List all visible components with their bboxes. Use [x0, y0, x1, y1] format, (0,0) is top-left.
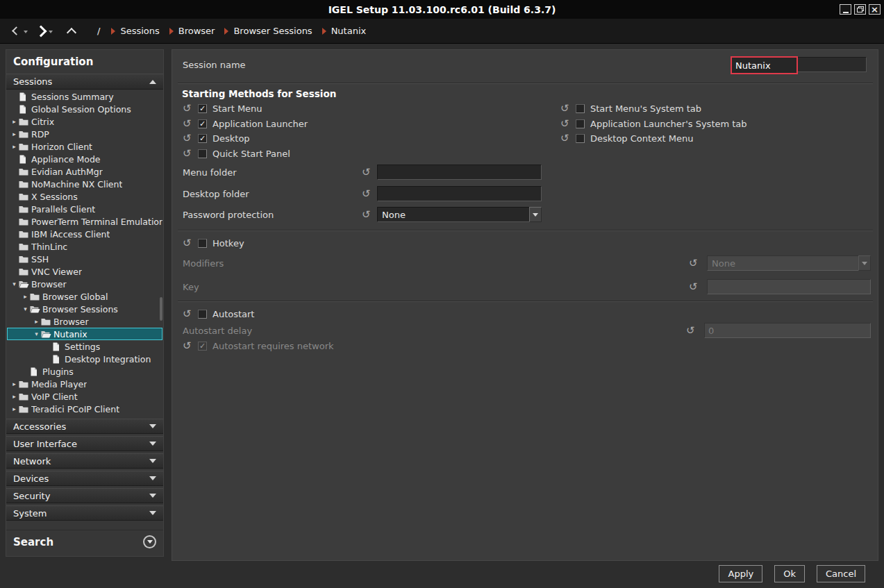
breadcrumb-root[interactable]: /	[97, 26, 100, 36]
tree-item-browser-sessions[interactable]: ▾Browser Sessions	[7, 303, 162, 315]
minimize-button[interactable]	[840, 4, 851, 15]
sidebar-section-sessions[interactable]: Sessions	[6, 74, 163, 90]
chevron-down-icon	[149, 459, 156, 463]
reset-icon[interactable]: ↺	[183, 103, 198, 114]
expander-icon[interactable]: ▾	[32, 330, 41, 337]
tree-item-ibm-iaccess-client[interactable]: IBM iAccess Client	[7, 228, 162, 240]
tree-item-citrix[interactable]: ▸Citrix	[7, 115, 162, 128]
tree-item-plugins[interactable]: Plugins	[7, 365, 162, 378]
sidebar-section-devices[interactable]: Devices	[6, 471, 163, 486]
tree-item-parallels-client[interactable]: Parallels Client	[7, 203, 162, 215]
footer-buttons: Apply Ok Cancel	[719, 565, 865, 582]
forward-icon	[35, 25, 47, 37]
desktop-checkbox[interactable]: ✓	[198, 134, 207, 143]
breadcrumb-item-sessions[interactable]: Sessions	[120, 26, 159, 36]
back-button[interactable]	[10, 24, 22, 38]
sidebar-section-network[interactable]: Network	[6, 453, 163, 469]
chevron-down-icon	[149, 442, 156, 446]
restore-button[interactable]	[854, 4, 866, 15]
tree-item-powerterm-terminal-emulation[interactable]: PowerTerm Terminal Emulation	[7, 215, 162, 228]
tree-item-browser[interactable]: ▸Browser	[7, 315, 162, 328]
expander-icon[interactable]: ▸	[10, 131, 19, 137]
desktop-folder-input[interactable]	[377, 186, 542, 201]
tree-item-desktop-integration[interactable]: Desktop Integration	[7, 353, 162, 365]
tree-item-horizon-client[interactable]: ▸Horizon Client	[7, 140, 162, 153]
sidebar-section-user-interface[interactable]: User Interface	[6, 436, 163, 451]
tree-item-nutanix[interactable]: ▾Nutanix	[7, 328, 162, 340]
tree-item-media-player[interactable]: ▸Media Player	[7, 378, 162, 390]
tree-item-thinlinc[interactable]: ThinLinc	[7, 240, 162, 253]
application-launcher-checkbox[interactable]: ✓	[198, 119, 207, 128]
cancel-button[interactable]: Cancel	[817, 565, 865, 582]
sidebar-section-accessories[interactable]: Accessories	[6, 419, 163, 434]
back-history-caret-icon[interactable]	[24, 31, 28, 33]
expander-icon[interactable]: ▸	[21, 293, 30, 300]
up-button[interactable]	[65, 24, 78, 38]
reset-icon[interactable]: ↺	[689, 258, 704, 269]
tree-item-global-session-options[interactable]: Global Session Options	[7, 103, 162, 115]
menu-folder-label: Menu folder	[183, 167, 362, 178]
reset-icon[interactable]: ↺	[183, 119, 198, 129]
reset-icon[interactable]: ↺	[362, 189, 377, 199]
dropdown-button[interactable]	[529, 207, 542, 222]
password-protection-select[interactable]: None	[377, 207, 542, 222]
breadcrumb-item-nutanix[interactable]: Nutanix	[331, 26, 367, 36]
reset-icon[interactable]: ↺	[560, 133, 576, 144]
start-menu-s-system-tab-checkbox[interactable]	[576, 104, 585, 113]
tree-item-ssh[interactable]: SSH	[7, 253, 162, 265]
expander-icon[interactable]: ▸	[10, 118, 19, 125]
expander-icon[interactable]: ▸	[10, 380, 19, 387]
expander-icon[interactable]: ▾	[21, 305, 30, 312]
tree-item-browser-global[interactable]: ▸Browser Global	[7, 290, 162, 303]
expander-icon[interactable]: ▸	[10, 393, 19, 400]
tree-item-nomachine-nx-client[interactable]: NoMachine NX Client	[7, 178, 162, 190]
tree-item-rdp[interactable]: ▸RDP	[7, 128, 162, 140]
application-launcher-s-system-tab-checkbox[interactable]	[576, 119, 585, 128]
restore-icon	[857, 6, 864, 12]
tree-item-vnc-viewer[interactable]: VNC Viewer	[7, 265, 162, 278]
reset-icon[interactable]: ↺	[560, 119, 576, 129]
autostart-checkbox[interactable]	[198, 310, 207, 319]
reset-icon[interactable]: ↺	[183, 149, 198, 159]
reset-icon[interactable]: ↺	[183, 309, 198, 319]
tree-item-browser[interactable]: ▾Browser	[7, 278, 162, 290]
quick-start-panel-checkbox[interactable]	[198, 149, 207, 158]
reset-icon[interactable]: ↺	[686, 326, 701, 336]
reset-icon[interactable]: ↺	[362, 210, 377, 220]
apply-button[interactable]: Apply	[719, 565, 762, 582]
reset-icon[interactable]: ↺	[560, 103, 576, 114]
breadcrumb-item-browser[interactable]: Browser	[178, 26, 215, 36]
expander-icon[interactable]: ▸	[32, 318, 41, 325]
menu-folder-input[interactable]	[377, 165, 542, 180]
tree-item-x-sessions[interactable]: X Sessions	[7, 190, 162, 203]
reset-icon[interactable]: ↺	[183, 238, 198, 249]
tree-item-evidian-authmgr[interactable]: Evidian AuthMgr	[7, 165, 162, 178]
forward-button[interactable]	[35, 24, 47, 38]
desktop-context-menu-checkbox[interactable]	[576, 134, 585, 143]
tree-item-sessions-summary[interactable]: Sessions Summary	[7, 90, 162, 103]
hotkey-checkbox[interactable]	[198, 239, 207, 248]
session-name-input[interactable]: Nutanix	[731, 57, 867, 72]
reset-icon[interactable]: ↺	[689, 282, 704, 292]
expander-icon[interactable]: ▾	[10, 280, 19, 287]
tree-item-appliance-mode[interactable]: Appliance Mode	[7, 153, 162, 165]
close-button[interactable]: ×	[869, 4, 881, 15]
reset-icon[interactable]: ↺	[183, 341, 198, 351]
expander-icon[interactable]: ▸	[10, 405, 19, 412]
breadcrumb-item-browser-sessions[interactable]: Browser Sessions	[233, 26, 312, 36]
tree-scrollbar[interactable]	[160, 297, 162, 321]
sidebar-section-security[interactable]: Security	[6, 488, 163, 503]
session-settings-panel: Session name Nutanix Starting Methods fo…	[172, 49, 878, 561]
tree-item-voip-client[interactable]: ▸VoIP Client	[7, 390, 162, 403]
tree-item-settings[interactable]: Settings	[7, 340, 162, 353]
expander-icon[interactable]: ▸	[10, 143, 19, 150]
start-menu-checkbox[interactable]: ✓	[198, 104, 207, 113]
reset-icon[interactable]: ↺	[362, 167, 377, 178]
ok-button[interactable]: Ok	[774, 565, 805, 582]
forward-history-caret-icon[interactable]	[49, 31, 53, 33]
sidebar-section-system[interactable]: System	[6, 505, 163, 521]
reset-icon[interactable]: ↺	[183, 133, 198, 144]
session-name-value: Nutanix	[735, 60, 771, 71]
search-expand-button[interactable]	[143, 535, 156, 548]
tree-item-teradici-pcoip-client[interactable]: ▸Teradici PCoIP Client	[7, 403, 162, 415]
